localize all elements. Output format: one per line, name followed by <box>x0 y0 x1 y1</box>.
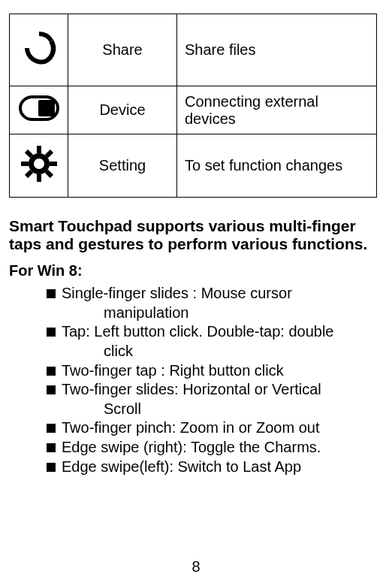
label-cell-device: Device <box>68 86 177 134</box>
icon-cell-share <box>10 14 68 86</box>
list-item-text: Two-finger tap : Right button click <box>62 362 284 379</box>
list-item: Edge swipe (right): Toggle the Charms. <box>47 438 383 458</box>
list-item-continuation: manipulation <box>63 304 383 323</box>
desc-cell-setting: To set function changes <box>177 134 377 198</box>
square-bullet-icon <box>47 289 56 298</box>
square-bullet-icon <box>47 385 56 394</box>
page-number: 8 <box>0 558 392 575</box>
gesture-list: Single-finger slides : Mouse cursormanip… <box>9 284 383 476</box>
icon-cell-setting <box>10 134 68 198</box>
list-item: Edge swipe(left): Switch to Last App <box>47 458 383 477</box>
list-item: Two-finger tap : Right button click <box>47 361 383 381</box>
label-cell-share: Share <box>68 14 177 86</box>
section-heading: Smart Touchpad supports various multi-fi… <box>9 217 383 253</box>
table-row: Share Share files <box>10 14 377 86</box>
square-bullet-icon <box>47 367 56 376</box>
desc-cell-share: Share files <box>177 14 377 86</box>
setting-icon <box>21 146 57 186</box>
list-item: Single-finger slides : Mouse cursormanip… <box>47 284 383 322</box>
icon-cell-device <box>10 86 68 134</box>
list-item-text: Two-finger slides: Horizontal or Vertica… <box>62 381 321 397</box>
share-icon <box>20 29 58 71</box>
list-item-text: Tap: Left button click. Double-tap: doub… <box>62 323 333 340</box>
svg-rect-6 <box>50 162 57 166</box>
icon-table: Share Share files Device Connecting exte… <box>9 14 377 198</box>
page-content: Share Share files Device Connecting exte… <box>0 0 392 476</box>
desc-cell-device: Connecting external devices <box>177 86 377 134</box>
list-item: Tap: Left button click. Double-tap: doub… <box>47 322 383 361</box>
square-bullet-icon <box>47 463 56 472</box>
svg-rect-3 <box>37 146 41 153</box>
list-item: Two-finger pinch: Zoom in or Zoom out <box>47 418 383 438</box>
table-row: Device Connecting external devices <box>10 86 377 134</box>
subheading: For Win 8: <box>9 262 383 279</box>
svg-rect-1 <box>38 100 55 116</box>
list-item: Two-finger slides: Horizontal or Vertica… <box>47 380 383 418</box>
svg-rect-4 <box>37 174 41 182</box>
svg-point-11 <box>34 159 44 169</box>
table-row: Setting To set function changes <box>10 134 377 198</box>
square-bullet-icon <box>47 424 56 433</box>
list-item-text: Edge swipe (right): Toggle the Charms. <box>62 439 321 455</box>
list-item-text: Edge swipe(left): Switch to Last App <box>62 458 301 475</box>
label-cell-setting: Setting <box>68 134 177 198</box>
svg-rect-5 <box>21 162 29 166</box>
list-item-continuation: Scroll <box>63 400 383 419</box>
square-bullet-icon <box>47 328 56 337</box>
square-bullet-icon <box>47 443 56 452</box>
list-item-text: Two-finger pinch: Zoom in or Zoom out <box>62 419 319 436</box>
device-icon <box>19 95 59 125</box>
list-item-continuation: click <box>63 342 383 361</box>
list-item-text: Single-finger slides : Mouse cursor <box>62 285 292 301</box>
